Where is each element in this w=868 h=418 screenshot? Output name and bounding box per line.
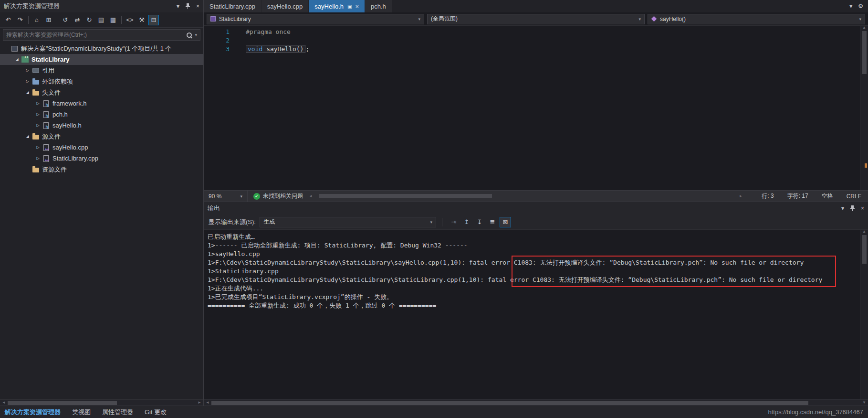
editor-vscrollbar[interactable]: ▲ xyxy=(860,26,868,190)
project-dropdown[interactable]: StaticLibrary ▾ xyxy=(207,14,424,24)
scroll-right-icon[interactable]: ► xyxy=(737,194,744,198)
status-line[interactable]: 行: 3 xyxy=(762,192,774,200)
editor-hscroll-track[interactable] xyxy=(314,194,737,198)
preview-icon[interactable]: ▦ xyxy=(108,15,118,25)
status-line-ending[interactable]: CRLF xyxy=(847,193,861,200)
search-options-chevron-icon[interactable]: ▾ xyxy=(195,32,197,37)
output-vscroll-thumb[interactable] xyxy=(862,235,867,264)
code-editor[interactable]: 1#pragma once23void sayHello(); ▲ xyxy=(204,26,868,190)
tree-item-solution[interactable]: 解决方案"StaticDynamicLibraryStudy"(1 个项目/共 … xyxy=(0,43,203,54)
scroll-left-icon[interactable]: ◄ xyxy=(307,194,314,198)
previous-message-icon[interactable]: ↥ xyxy=(461,217,472,227)
close-tab-icon[interactable]: × xyxy=(355,3,359,10)
find-message-icon[interactable]: ⇥ xyxy=(448,217,460,227)
sync-icon[interactable]: ↺ xyxy=(60,15,71,25)
panel-tab-2[interactable]: 属性管理器 xyxy=(102,408,133,416)
collapse-arrow-icon[interactable]: ◢ xyxy=(24,134,31,139)
gear-icon[interactable]: ⚙ xyxy=(858,3,863,9)
panel-tab-1[interactable]: 类视图 xyxy=(72,408,91,416)
output-line: 1>StaticLibrary.cpp xyxy=(208,267,856,276)
tree-item-staticlibrary[interactable]: ◢StaticLibrary xyxy=(0,54,203,65)
expand-arrow-icon[interactable]: ▷ xyxy=(34,112,42,117)
pin-icon[interactable] xyxy=(185,3,190,10)
panel-tab-3[interactable]: Git 更改 xyxy=(145,408,167,416)
back-icon[interactable]: ↶ xyxy=(3,15,13,25)
status-spaces[interactable]: 空格 xyxy=(822,192,833,200)
project-icon xyxy=(210,16,216,21)
editor-hscrollbar[interactable]: ◄ ► xyxy=(307,191,744,202)
tree-item-staticlibrary-cpp[interactable]: ▷StaticLibrary.cpp xyxy=(0,153,203,164)
output-hscroll-track[interactable] xyxy=(211,401,860,405)
tree-item-sayhello-h[interactable]: ▷sayHello.h xyxy=(0,120,203,131)
tab-pch-h[interactable]: pch.h xyxy=(365,0,392,12)
next-message-icon[interactable]: ↧ xyxy=(474,217,485,227)
zoom-dropdown[interactable]: 90 % ▾ xyxy=(204,191,248,202)
panel-tab-0[interactable]: 解决方案资源管理器 xyxy=(5,408,61,416)
collapse-arrow-icon[interactable]: ◢ xyxy=(13,57,21,62)
expand-arrow-icon[interactable]: ▷ xyxy=(34,156,42,161)
tab-sayHello-h[interactable]: sayHello.h▣× xyxy=(309,0,365,12)
tree-item-framework-h[interactable]: ▷framework.h xyxy=(0,98,203,109)
code-text-area[interactable]: 1#pragma once23void sayHello(); xyxy=(204,26,860,190)
tab-sayHello-cpp[interactable]: sayHello.cpp xyxy=(261,0,308,12)
close-icon[interactable]: × xyxy=(196,3,199,9)
window-position-chevron-icon[interactable]: ▾ xyxy=(177,3,179,9)
output-source-dropdown[interactable]: 生成 ▾ xyxy=(260,217,436,227)
tree-item-source-files[interactable]: ◢源文件 xyxy=(0,131,203,142)
window-position-chevron-icon[interactable]: ▾ xyxy=(841,205,844,211)
explorer-hscrollbar[interactable]: ◄ ► xyxy=(0,399,203,406)
sync-with-active-document-icon[interactable]: ⇄ xyxy=(72,15,83,25)
nest-files-icon[interactable]: ▤ xyxy=(96,15,106,25)
tree-item-pch-h[interactable]: ▷pch.h xyxy=(0,109,203,120)
status-column[interactable]: 字符: 17 xyxy=(787,192,808,200)
output-panel: 输出 ▾ × 显示输出来源(S): 生成 ▾ ⇥↥↧≣⊠ xyxy=(204,202,868,406)
word-wrap-icon[interactable]: ≣ xyxy=(487,217,498,227)
scroll-right-icon[interactable]: ► xyxy=(196,401,203,405)
switch-views-icon[interactable]: ⊞ xyxy=(43,15,54,25)
output-hscroll-thumb[interactable] xyxy=(211,401,808,405)
scroll-left-icon[interactable]: ◄ xyxy=(204,401,211,405)
editor-hscroll-thumb[interactable] xyxy=(319,194,492,198)
editor-vscroll-thumb[interactable] xyxy=(862,31,867,74)
scroll-left-icon[interactable]: ◄ xyxy=(0,401,8,405)
output-vscrollbar[interactable]: ▲ xyxy=(860,230,868,399)
member-dropdown[interactable]: sayHello() ▾ xyxy=(648,14,865,24)
collapse-all-icon[interactable]: ⊟ xyxy=(148,15,159,25)
tree-item-references[interactable]: ▷引用 xyxy=(0,65,203,76)
collapse-arrow-icon[interactable]: ◢ xyxy=(24,90,31,95)
scroll-up-icon[interactable]: ▲ xyxy=(860,230,868,234)
scope-dropdown[interactable]: (全局范围) ▾ xyxy=(427,14,645,24)
home-icon[interactable]: ⌂ xyxy=(31,15,42,25)
search-input[interactable] xyxy=(6,32,186,38)
explorer-hscroll-thumb[interactable] xyxy=(8,401,117,405)
output-log[interactable]: 已启动重新生成…1>------ 已启动全部重新生成: 项目: StaticLi… xyxy=(204,230,860,399)
output-hscrollbar[interactable]: ◄ ▼ xyxy=(204,399,868,406)
expand-arrow-icon[interactable]: ▷ xyxy=(24,68,31,73)
tree-item-label: StaticLibrary xyxy=(31,56,69,63)
tab-StaticLibrary-cpp[interactable]: StaticLibrary.cpp xyxy=(204,0,261,12)
expand-arrow-icon[interactable]: ▷ xyxy=(34,123,42,128)
expand-arrow-icon[interactable]: ▷ xyxy=(34,101,42,106)
toolbar-separator xyxy=(57,16,57,24)
close-icon[interactable]: × xyxy=(861,205,864,211)
expand-arrow-icon[interactable]: ▷ xyxy=(34,145,42,150)
scroll-up-icon[interactable]: ▲ xyxy=(860,26,868,30)
tree-item-resource-files[interactable]: 资源文件 xyxy=(0,164,203,175)
forward-icon[interactable]: ↷ xyxy=(15,15,25,25)
search-icon[interactable] xyxy=(186,32,192,38)
document-health-indicator[interactable]: ✓ 未找到相关问题 xyxy=(253,192,303,200)
tab-list-chevron-icon[interactable]: ▾ xyxy=(849,3,852,9)
tree-item-sayhello-cpp[interactable]: ▷sayHello.cpp xyxy=(0,142,203,153)
scroll-down-icon[interactable]: ▼ xyxy=(860,401,868,405)
refresh-icon[interactable]: ↻ xyxy=(84,15,94,25)
expand-arrow-icon[interactable]: ▷ xyxy=(24,79,31,84)
tree-item-header-files[interactable]: ◢头文件 xyxy=(0,87,203,98)
clear-all-icon[interactable]: ⊠ xyxy=(500,217,511,227)
pinned-icon[interactable]: ▣ xyxy=(347,4,352,9)
tree-item-external-deps[interactable]: ▷外部依赖项 xyxy=(0,76,203,87)
explorer-hscroll-track[interactable] xyxy=(8,401,196,405)
method-icon xyxy=(651,16,657,22)
properties-icon[interactable]: ⚒ xyxy=(136,15,147,25)
code-view-icon[interactable]: <> xyxy=(125,15,135,25)
pin-icon[interactable] xyxy=(850,205,855,212)
